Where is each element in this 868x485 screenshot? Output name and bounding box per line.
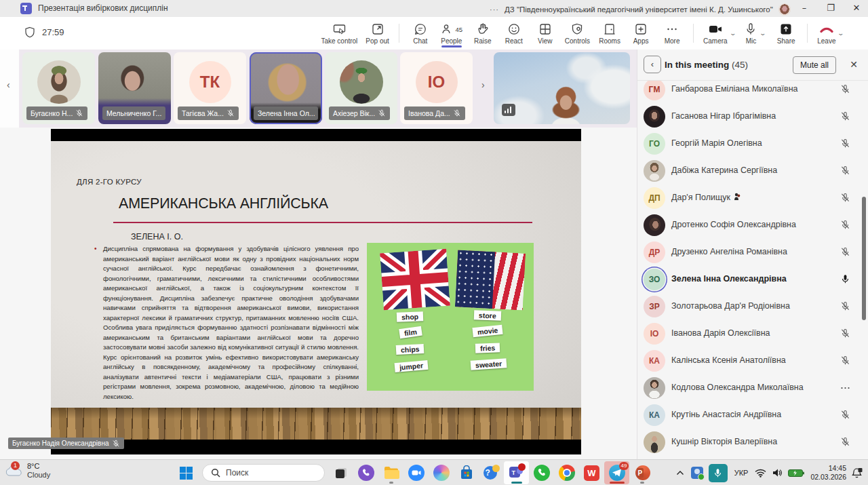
participant-row[interactable]: Кушнір Вікторія Валеріївна bbox=[637, 429, 868, 456]
strip-next-icon[interactable]: › bbox=[481, 79, 485, 90]
participant-row[interactable]: КАКалінська Ксенія Анатоліївна bbox=[637, 347, 868, 374]
teams-window: Презентація вибіркових дисциплін ··· ДЗ … bbox=[0, 0, 868, 485]
participant-row[interactable]: Дабіжа Катерина Сергіївна bbox=[637, 157, 868, 185]
participant-tile[interactable]: ТКТагієва Жа... bbox=[174, 52, 246, 124]
mic-muted-icon[interactable] bbox=[840, 193, 850, 203]
panel-scrollbar[interactable] bbox=[862, 197, 866, 320]
mic-chevron-icon[interactable]: ⌄ bbox=[760, 30, 767, 37]
back-button[interactable]: ‹ bbox=[644, 56, 661, 73]
participant-tile[interactable]: Ахіезер Вік... bbox=[325, 52, 397, 124]
share-button[interactable]: Share bbox=[770, 17, 802, 50]
whatsapp-icon[interactable] bbox=[529, 461, 554, 484]
camera-chevron-icon[interactable]: ⌄ bbox=[729, 30, 736, 37]
participant-row[interactable]: ДРДрузенко Ангеліна Романівна bbox=[637, 239, 868, 266]
toolbar-buttons: Take controlPop outChat45PeopleRaiseReac… bbox=[317, 17, 848, 50]
mic-button[interactable]: Mic⌄ bbox=[739, 17, 770, 50]
close-button[interactable]: ✕ bbox=[845, 0, 868, 17]
leave-chevron-icon[interactable]: ⌄ bbox=[837, 30, 845, 37]
titlebar-avatar[interactable] bbox=[778, 3, 791, 16]
mic-muted-icon[interactable] bbox=[840, 437, 850, 447]
tray-clock[interactable]: 14:4502.03.2026 bbox=[807, 464, 850, 482]
powerpoint-icon[interactable]: P bbox=[629, 461, 654, 484]
initials-avatar: ДР bbox=[644, 241, 665, 263]
file-explorer-icon[interactable] bbox=[378, 461, 403, 484]
mic-muted-icon[interactable] bbox=[840, 247, 850, 257]
mic-muted-icon[interactable] bbox=[840, 84, 850, 94]
participant-tile[interactable]: Зелена Інна Ол... bbox=[250, 52, 322, 124]
get-help-icon[interactable]: ? bbox=[479, 461, 504, 484]
pop-out-button[interactable]: Pop out bbox=[361, 17, 393, 50]
initials-avatar: ЗО bbox=[644, 269, 665, 290]
more-options-icon[interactable] bbox=[840, 383, 850, 393]
participant-tile[interactable]: ІОІванова Да... bbox=[400, 52, 473, 124]
battery-icon[interactable] bbox=[785, 469, 807, 478]
mute-all-button[interactable]: Mute all bbox=[793, 56, 836, 74]
more-button[interactable]: More bbox=[656, 17, 688, 50]
participant-row[interactable]: ЗОЗелена Інна Олександрівна bbox=[637, 266, 868, 293]
zoom-icon[interactable] bbox=[403, 461, 429, 484]
teams-taskbar-icon[interactable]: T bbox=[504, 461, 529, 484]
participant-row[interactable]: ІОІванова Дарія Олексіївна bbox=[637, 320, 868, 347]
participant-row[interactable]: ДПДар'я Полищук bbox=[637, 185, 868, 212]
initials-avatar: ГМ bbox=[644, 81, 665, 100]
people-button[interactable]: 45People bbox=[436, 17, 467, 50]
tray-security-icon[interactable] bbox=[688, 467, 706, 479]
participant-row[interactable]: ГМГанбарова Еміліана Миколаївна bbox=[637, 81, 868, 103]
controls-icon bbox=[570, 22, 584, 36]
minimize-button[interactable]: – bbox=[793, 0, 816, 17]
presenter-video-tile[interactable] bbox=[494, 52, 630, 124]
rooms-button[interactable]: Rooms bbox=[594, 17, 625, 50]
participant-row[interactable]: КАКрутінь Анастасія Андріївна bbox=[637, 402, 868, 429]
people-label: People bbox=[441, 37, 462, 45]
mic-muted-icon[interactable] bbox=[840, 138, 850, 149]
mic-muted-icon[interactable] bbox=[840, 220, 850, 230]
take-control-button[interactable]: Take control bbox=[317, 17, 361, 50]
telegram-icon[interactable]: 49 bbox=[604, 461, 629, 484]
camera-button[interactable]: Camera⌄ bbox=[699, 17, 739, 50]
tray-microphone-indicator[interactable] bbox=[709, 464, 728, 482]
language-indicator[interactable]: УКР bbox=[730, 469, 753, 477]
mic-muted-icon[interactable] bbox=[840, 111, 850, 121]
participant-tile[interactable]: Мельниченко Г... bbox=[98, 52, 171, 124]
notifications-bell-icon[interactable] bbox=[850, 467, 868, 479]
titlebar-overflow-icon[interactable]: ··· bbox=[490, 5, 499, 14]
mic-muted-icon[interactable] bbox=[840, 166, 850, 176]
task-view-button[interactable] bbox=[328, 461, 353, 484]
participant-row[interactable]: Гасанова Нігар Ібрагімівна bbox=[637, 103, 868, 130]
volume-icon[interactable] bbox=[769, 468, 785, 478]
mic-muted-icon[interactable] bbox=[840, 355, 850, 366]
wps-office-icon[interactable]: W bbox=[579, 461, 604, 484]
mic-muted-icon[interactable] bbox=[840, 410, 850, 420]
raise-button[interactable]: Raise bbox=[467, 17, 498, 50]
weather-widget[interactable]: 1 8°C Cloudy bbox=[5, 462, 50, 480]
viber-icon[interactable] bbox=[353, 461, 378, 484]
participant-row[interactable]: ГОГеоргій Марія Олегівна bbox=[637, 130, 868, 157]
participant-row[interactable]: Кодлова Олександра Миколаївна bbox=[637, 374, 868, 402]
tile-name-label: Мельниченко Г... bbox=[102, 106, 165, 120]
mic-muted-icon[interactable] bbox=[840, 301, 850, 311]
us-flag bbox=[455, 250, 526, 310]
microsoft-store-icon[interactable] bbox=[454, 461, 479, 484]
view-button[interactable]: View bbox=[530, 17, 561, 50]
tray-expand-icon[interactable] bbox=[672, 470, 688, 476]
start-button[interactable] bbox=[174, 461, 199, 484]
copilot-icon[interactable] bbox=[429, 461, 454, 484]
mic-muted-icon[interactable] bbox=[840, 328, 850, 338]
mic-active-icon[interactable] bbox=[840, 274, 850, 284]
taskbar-search[interactable]: Поиск bbox=[202, 464, 325, 482]
react-button[interactable]: React bbox=[498, 17, 530, 50]
chrome-icon[interactable] bbox=[554, 461, 579, 484]
participant-tile[interactable]: Бугаєнко Н... bbox=[22, 52, 95, 124]
take-control-label: Take control bbox=[321, 37, 357, 45]
wifi-icon[interactable] bbox=[752, 468, 769, 478]
apps-button[interactable]: Apps bbox=[625, 17, 656, 50]
participant-row[interactable]: ЗРЗолотарьова Дар'я Родіонівна bbox=[637, 293, 868, 320]
panel-close-icon[interactable]: ✕ bbox=[850, 59, 858, 70]
controls-button[interactable]: Controls bbox=[561, 17, 594, 50]
strip-prev-icon[interactable]: ‹ bbox=[7, 79, 10, 90]
maximize-button[interactable]: ❐ bbox=[819, 0, 842, 17]
teams-app-icon bbox=[20, 3, 32, 14]
chat-button[interactable]: Chat bbox=[405, 17, 436, 50]
leave-button[interactable]: Leave⌄ bbox=[813, 17, 848, 50]
participant-row[interactable]: Дротенко Софія Олександрівна bbox=[637, 212, 868, 239]
